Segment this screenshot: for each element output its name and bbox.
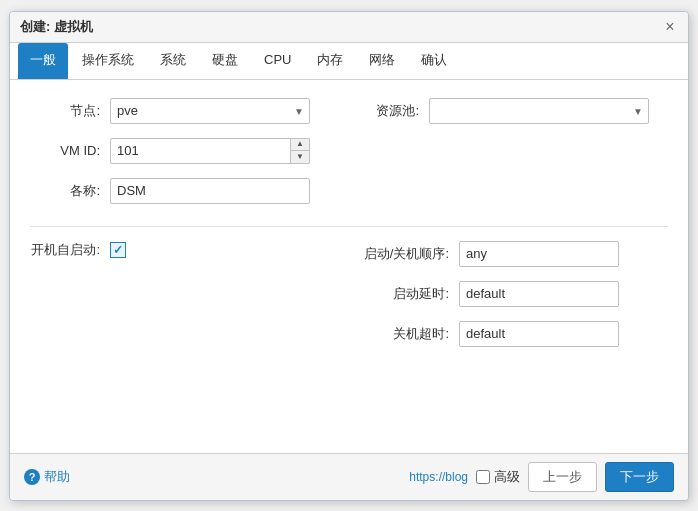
help-icon: ? [24,469,40,485]
vmid-label: VM ID: [30,143,110,158]
tab-network[interactable]: 网络 [357,43,407,79]
advanced-checkbox[interactable] [476,470,490,484]
tab-disk[interactable]: 硬盘 [200,43,250,79]
shutdown-timeout-label: 关机超时: [359,325,459,343]
help-label: 帮助 [44,468,70,486]
dialog-body: 节点: pve ▼ VM ID: ▲ ▼ [10,80,688,453]
tab-bar: 一般 操作系统 系统 硬盘 CPU 内存 网络 确认 [10,43,688,80]
node-select-wrap: pve ▼ [110,98,310,124]
vmid-up-btn[interactable]: ▲ [290,138,310,151]
autostart-row: 开机自启动: ✓ [30,241,339,259]
vmid-down-btn[interactable]: ▼ [290,150,310,164]
dialog-footer: ? 帮助 https://blog 高级 上一步 下一步 [10,453,688,500]
divider [30,226,668,227]
tab-confirm[interactable]: 确认 [409,43,459,79]
checkbox-checkmark: ✓ [113,243,123,257]
autostart-checkbox[interactable]: ✓ [110,242,126,258]
footer-right: https://blog 高级 上一步 下一步 [409,462,674,492]
vmid-spinner-btns: ▲ ▼ [290,138,310,164]
boot-delay-row: 启动延时: [359,281,668,307]
boot-order-input[interactable] [459,241,619,267]
shutdown-timeout-input[interactable] [459,321,619,347]
vmid-row: VM ID: ▲ ▼ [30,138,339,164]
node-label: 节点: [30,102,110,120]
shutdown-timeout-row: 关机超时: [359,321,668,347]
resource-select[interactable] [429,98,649,124]
tab-os[interactable]: 操作系统 [70,43,146,79]
footer-url: https://blog [409,470,468,484]
help-button[interactable]: ? 帮助 [24,468,70,486]
dialog-title: 创建: 虚拟机 [20,18,93,36]
name-input[interactable] [110,178,310,204]
create-vm-dialog: 创建: 虚拟机 × 一般 操作系统 系统 硬盘 CPU 内存 网络 确认 节点:… [9,11,689,501]
name-row: 各称: [30,178,339,204]
advanced-label: 高级 [494,468,520,486]
resource-select-wrap: ▼ [429,98,649,124]
close-icon[interactable]: × [662,19,678,35]
next-button[interactable]: 下一步 [605,462,674,492]
titlebar: 创建: 虚拟机 × [10,12,688,43]
tab-general[interactable]: 一般 [18,43,68,79]
advanced-wrap: 高级 [476,468,520,486]
autostart-label: 开机自启动: [30,241,110,259]
prev-button[interactable]: 上一步 [528,462,597,492]
resource-row: 资源池: ▼ [359,98,668,124]
boot-delay-input[interactable] [459,281,619,307]
footer-left: ? 帮助 [24,468,70,486]
resource-label: 资源池: [359,102,429,120]
boot-order-row: 启动/关机顺序: [359,241,668,267]
vmid-input[interactable] [110,138,310,164]
name-label: 各称: [30,182,110,200]
boot-order-label: 启动/关机顺序: [359,245,459,263]
node-select[interactable]: pve [110,98,310,124]
node-row: 节点: pve ▼ [30,98,339,124]
tab-cpu[interactable]: CPU [252,44,303,77]
tab-system[interactable]: 系统 [148,43,198,79]
tab-memory[interactable]: 内存 [305,43,355,79]
boot-delay-label: 启动延时: [359,285,459,303]
vmid-spinner-wrap: ▲ ▼ [110,138,310,164]
autostart-checkbox-wrap: ✓ [110,242,126,258]
